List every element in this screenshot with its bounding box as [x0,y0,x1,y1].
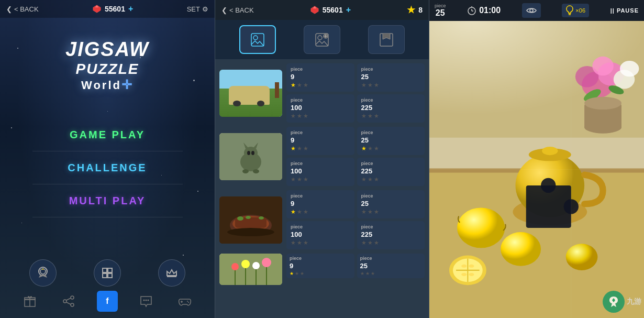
score-cell[interactable]: piece 9 ★ ★ ★ [286,63,354,92]
svg-point-86 [542,147,558,155]
puzzle-thumb-van[interactable] [219,70,282,117]
watermark-logo [603,291,625,313]
watermark-text: 九游 [627,297,641,306]
settings-button[interactable]: SET ⚙ [187,5,208,13]
multiplay-menu-item[interactable]: MULTI PLAY [0,184,215,217]
back-arrow-icon: ❮ [6,5,12,13]
puzzle-thumb-flowers[interactable] [219,254,282,285]
puzzle-list: piece 9 ★ ★ ★ piece 25 ★ ★ ★ [215,59,429,318]
bottom-icon-row [0,259,215,287]
puzzle-row-van: piece 9 ★ ★ ★ piece 25 ★ ★ ★ [219,63,425,123]
svg-line-17 [66,302,71,304]
score-cell[interactable]: piece 225 ★ ★ ★ [357,158,425,186]
category-tab-custom[interactable] [304,25,340,54]
back-button[interactable]: ❮ < BACK [6,5,39,13]
svg-point-77 [620,61,639,76]
select-back-button[interactable]: ❮ < BACK [221,6,254,14]
piece-count-display: piece 25 [435,3,446,18]
svg-point-30 [318,36,322,40]
logo-plus: ✛ [121,78,134,92]
svg-rect-5 [103,268,107,272]
stars-row: ★ ★ ★ [361,145,421,152]
svg-point-15 [71,303,74,306]
share-button[interactable] [58,291,79,312]
gameplay-menu-item[interactable]: GAME PLAY [0,118,215,151]
svg-point-96 [461,273,467,276]
preview-button[interactable] [522,3,541,18]
score-cell[interactable]: piece 225 ★ ★ ★ [357,94,425,123]
watermark: 九游 [603,291,641,313]
app-logo: JIGSAW PUZZLE World✛ [65,39,149,92]
stars-row: ★ ★ ★ [291,209,350,215]
settings-label: SET [187,5,200,13]
puzzle-row-flowers: piece 9 ★ ★ ★ piece 25 ★ ★ ★ [219,254,425,285]
svg-point-28 [253,36,258,40]
timer-icon [467,6,476,15]
eye-icon [526,7,537,14]
stars-row: ★ ★ ★ [360,271,422,276]
gift-button[interactable] [19,291,40,312]
puzzle-row-cat: piece 9 ★ ★ ★ piece 25 ★ ★ ★ [219,127,425,186]
logo-line3: World✛ [65,78,149,92]
svg-point-14 [71,296,74,299]
score-cell[interactable]: piece 9 ★ ★ ★ [286,254,354,278]
score-cell[interactable]: piece 9 ★ ★ ★ [286,127,354,155]
grid-button[interactable] [94,259,121,287]
svg-point-24 [188,302,189,303]
facebook-button[interactable]: f [97,291,118,312]
svg-rect-8 [108,273,112,278]
puzzle-thumb-cat[interactable] [219,133,282,180]
star-count: 8 [418,6,423,14]
main-menu-items: GAME PLAY CHALLENGE MULTI PLAY [0,118,215,217]
select-plus[interactable]: + [346,5,351,15]
panel-game-play: piece 25 01:00 ×06 [429,0,644,318]
svg-point-57 [231,263,239,270]
select-star-score: ★ 8 [407,4,423,16]
achievement-button[interactable] [29,259,57,287]
stars-row: ★ ★ ★ [361,113,421,119]
crown-button[interactable] [158,259,185,287]
score-cell[interactable]: piece 25 ★ ★ ★ [357,127,425,155]
score-cell[interactable]: piece 225 ★ ★ ★ [357,221,425,249]
puzzle-thumb-food[interactable] [219,196,282,244]
category-tab-saved[interactable] [368,25,405,54]
chat-button[interactable] [136,291,157,312]
svg-point-43 [253,169,259,173]
svg-point-58 [241,260,250,268]
hint-button[interactable]: ×06 [562,4,589,17]
hint-count: ×06 [575,7,585,14]
svg-rect-6 [108,268,112,272]
piece-label: piece [435,3,446,8]
score-cell[interactable]: piece 9 ★ ★ ★ [286,190,354,218]
svg-point-23 [187,301,188,302]
score-cell[interactable]: piece 100 ★ ★ ★ [286,94,354,123]
challenge-menu-item[interactable]: CHALLENGE [0,151,215,184]
svg-rect-9 [167,276,176,277]
piece-number: 25 [436,8,445,18]
svg-point-75 [592,57,614,75]
svg-point-88 [501,232,541,266]
score-cell[interactable]: piece 100 ★ ★ ★ [286,221,354,249]
stars-row: ★ ★ ★ [361,176,421,183]
crown-icon [165,266,179,280]
stars-row: ★ ★ ★ [291,113,350,119]
svg-point-87 [457,207,505,248]
gem-plus-icon[interactable]: + [128,4,133,14]
game-area: 九游 [429,21,644,318]
gamepad-button[interactable] [174,291,195,312]
menu-topbar: ❮ < BACK 55601 + SET ⚙ [0,0,215,18]
svg-point-20 [148,300,149,301]
stars-row: ★ ★ ★ [361,239,421,246]
facebook-label: f [106,297,108,306]
score-cell[interactable]: piece 25 ★ ★ ★ [357,63,425,92]
watermark-icon [606,294,621,310]
svg-rect-7 [103,273,107,278]
flowers-image-svg [219,254,282,285]
score-cell[interactable]: piece 25 ★ ★ ★ [357,190,425,218]
score-cell[interactable]: piece 100 ★ ★ ★ [286,158,354,186]
score-cell[interactable]: piece 25 ★ ★ ★ [357,254,425,278]
pause-button[interactable]: || PAUSE [610,7,639,14]
stars-row: ★ ★ ★ [291,239,350,246]
category-tab-nature[interactable] [239,25,276,54]
gear-icon: ⚙ [202,5,208,13]
